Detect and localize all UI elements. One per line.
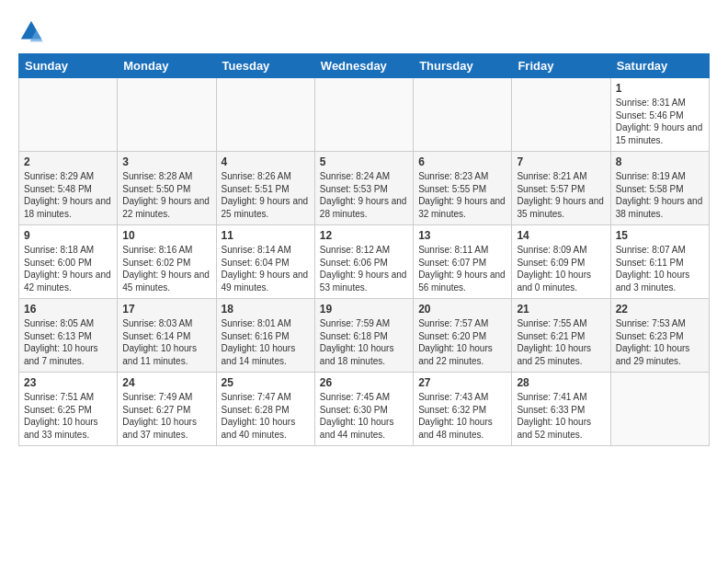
day-number: 17 xyxy=(122,303,210,316)
calendar-cell: 17Sunrise: 8:03 AM Sunset: 6:14 PM Dayli… xyxy=(118,299,216,373)
calendar-week-row: 1Sunrise: 8:31 AM Sunset: 5:46 PM Daylig… xyxy=(19,78,710,152)
day-info: Sunrise: 8:26 AM Sunset: 5:51 PM Dayligh… xyxy=(222,170,310,220)
day-number: 3 xyxy=(122,155,210,168)
day-number: 18 xyxy=(222,303,310,316)
day-number: 16 xyxy=(24,303,112,316)
day-number: 25 xyxy=(222,376,310,389)
col-header-tuesday: Tuesday xyxy=(216,54,314,78)
calendar-week-row: 2Sunrise: 8:29 AM Sunset: 5:48 PM Daylig… xyxy=(19,152,710,225)
calendar-cell: 13Sunrise: 8:11 AM Sunset: 6:07 PM Dayli… xyxy=(414,225,512,299)
calendar-cell xyxy=(19,78,118,152)
day-info: Sunrise: 8:21 AM Sunset: 5:57 PM Dayligh… xyxy=(517,170,605,220)
day-number: 19 xyxy=(320,303,408,316)
day-info: Sunrise: 7:53 AM Sunset: 6:23 PM Dayligh… xyxy=(616,317,704,367)
col-header-monday: Monday xyxy=(118,54,216,78)
calendar-cell xyxy=(118,78,216,152)
day-number: 24 xyxy=(122,376,210,389)
calendar-cell: 7Sunrise: 8:21 AM Sunset: 5:57 PM Daylig… xyxy=(512,152,610,225)
day-info: Sunrise: 8:18 AM Sunset: 6:00 PM Dayligh… xyxy=(24,244,112,293)
calendar-cell: 15Sunrise: 8:07 AM Sunset: 6:11 PM Dayli… xyxy=(610,225,709,299)
calendar-week-row: 16Sunrise: 8:05 AM Sunset: 6:13 PM Dayli… xyxy=(19,299,710,373)
day-info: Sunrise: 8:29 AM Sunset: 5:48 PM Dayligh… xyxy=(24,170,112,220)
day-info: Sunrise: 8:28 AM Sunset: 5:50 PM Dayligh… xyxy=(122,170,210,220)
col-header-saturday: Saturday xyxy=(610,54,709,78)
day-number: 27 xyxy=(418,376,506,389)
day-info: Sunrise: 7:47 AM Sunset: 6:28 PM Dayligh… xyxy=(222,391,310,441)
day-number: 8 xyxy=(616,155,704,168)
calendar-cell: 10Sunrise: 8:16 AM Sunset: 6:02 PM Dayli… xyxy=(118,225,216,299)
calendar-cell xyxy=(414,78,512,152)
day-number: 10 xyxy=(122,229,210,242)
day-info: Sunrise: 8:09 AM Sunset: 6:09 PM Dayligh… xyxy=(517,244,605,293)
calendar-cell: 11Sunrise: 8:14 AM Sunset: 6:04 PM Dayli… xyxy=(216,225,314,299)
day-info: Sunrise: 7:57 AM Sunset: 6:20 PM Dayligh… xyxy=(418,317,506,367)
day-info: Sunrise: 8:23 AM Sunset: 5:55 PM Dayligh… xyxy=(418,170,506,220)
calendar-cell: 27Sunrise: 7:43 AM Sunset: 6:32 PM Dayli… xyxy=(414,373,512,446)
day-info: Sunrise: 7:45 AM Sunset: 6:30 PM Dayligh… xyxy=(320,391,408,441)
day-number: 13 xyxy=(418,229,506,242)
calendar-cell: 14Sunrise: 8:09 AM Sunset: 6:09 PM Dayli… xyxy=(512,225,610,299)
header xyxy=(18,15,710,44)
day-number: 5 xyxy=(320,155,408,168)
day-number: 20 xyxy=(418,303,506,316)
day-info: Sunrise: 8:05 AM Sunset: 6:13 PM Dayligh… xyxy=(24,317,112,367)
calendar-week-row: 9Sunrise: 8:18 AM Sunset: 6:00 PM Daylig… xyxy=(19,225,710,299)
day-info: Sunrise: 7:59 AM Sunset: 6:18 PM Dayligh… xyxy=(320,317,408,367)
day-number: 23 xyxy=(24,376,112,389)
col-header-sunday: Sunday xyxy=(19,54,118,78)
calendar-week-row: 23Sunrise: 7:51 AM Sunset: 6:25 PM Dayli… xyxy=(19,373,710,446)
page: SundayMondayTuesdayWednesdayThursdayFrid… xyxy=(0,0,728,455)
calendar-cell: 24Sunrise: 7:49 AM Sunset: 6:27 PM Dayli… xyxy=(118,373,216,446)
calendar-cell: 23Sunrise: 7:51 AM Sunset: 6:25 PM Dayli… xyxy=(19,373,118,446)
day-info: Sunrise: 8:11 AM Sunset: 6:07 PM Dayligh… xyxy=(418,244,506,293)
calendar-cell: 1Sunrise: 8:31 AM Sunset: 5:46 PM Daylig… xyxy=(610,78,709,152)
day-number: 22 xyxy=(616,303,704,316)
day-info: Sunrise: 8:01 AM Sunset: 6:16 PM Dayligh… xyxy=(222,317,310,367)
day-info: Sunrise: 7:51 AM Sunset: 6:25 PM Dayligh… xyxy=(24,391,112,441)
calendar-cell xyxy=(512,78,610,152)
calendar-cell: 16Sunrise: 8:05 AM Sunset: 6:13 PM Dayli… xyxy=(19,299,118,373)
day-number: 2 xyxy=(24,155,112,168)
day-number: 26 xyxy=(320,376,408,389)
day-info: Sunrise: 8:16 AM Sunset: 6:02 PM Dayligh… xyxy=(122,244,210,293)
calendar-cell: 22Sunrise: 7:53 AM Sunset: 6:23 PM Dayli… xyxy=(610,299,709,373)
day-number: 6 xyxy=(418,155,506,168)
calendar-cell: 26Sunrise: 7:45 AM Sunset: 6:30 PM Dayli… xyxy=(314,373,413,446)
calendar-cell: 25Sunrise: 7:47 AM Sunset: 6:28 PM Dayli… xyxy=(216,373,314,446)
calendar-table: SundayMondayTuesdayWednesdayThursdayFrid… xyxy=(18,53,710,446)
day-number: 21 xyxy=(517,303,605,316)
col-header-wednesday: Wednesday xyxy=(314,54,413,78)
day-info: Sunrise: 8:07 AM Sunset: 6:11 PM Dayligh… xyxy=(616,244,704,293)
calendar-header-row: SundayMondayTuesdayWednesdayThursdayFrid… xyxy=(19,54,710,78)
calendar-cell xyxy=(610,373,709,446)
calendar-cell: 8Sunrise: 8:19 AM Sunset: 5:58 PM Daylig… xyxy=(610,152,709,225)
calendar-cell: 2Sunrise: 8:29 AM Sunset: 5:48 PM Daylig… xyxy=(19,152,118,225)
calendar-cell: 12Sunrise: 8:12 AM Sunset: 6:06 PM Dayli… xyxy=(314,225,413,299)
day-info: Sunrise: 8:31 AM Sunset: 5:46 PM Dayligh… xyxy=(616,97,704,146)
day-info: Sunrise: 8:03 AM Sunset: 6:14 PM Dayligh… xyxy=(122,317,210,367)
calendar-cell xyxy=(314,78,413,152)
day-info: Sunrise: 7:49 AM Sunset: 6:27 PM Dayligh… xyxy=(122,391,210,441)
day-number: 28 xyxy=(517,376,605,389)
calendar-cell: 19Sunrise: 7:59 AM Sunset: 6:18 PM Dayli… xyxy=(314,299,413,373)
calendar-cell: 9Sunrise: 8:18 AM Sunset: 6:00 PM Daylig… xyxy=(19,225,118,299)
day-number: 12 xyxy=(320,229,408,242)
day-number: 4 xyxy=(222,155,310,168)
day-info: Sunrise: 8:12 AM Sunset: 6:06 PM Dayligh… xyxy=(320,244,408,293)
day-info: Sunrise: 8:14 AM Sunset: 6:04 PM Dayligh… xyxy=(222,244,310,293)
day-number: 11 xyxy=(222,229,310,242)
col-header-friday: Friday xyxy=(512,54,610,78)
day-number: 1 xyxy=(616,82,704,95)
day-number: 15 xyxy=(616,229,704,242)
calendar-cell: 4Sunrise: 8:26 AM Sunset: 5:51 PM Daylig… xyxy=(216,152,314,225)
calendar-cell xyxy=(216,78,314,152)
day-info: Sunrise: 7:55 AM Sunset: 6:21 PM Dayligh… xyxy=(517,317,605,367)
calendar-cell: 21Sunrise: 7:55 AM Sunset: 6:21 PM Dayli… xyxy=(512,299,610,373)
calendar-cell: 6Sunrise: 8:23 AM Sunset: 5:55 PM Daylig… xyxy=(414,152,512,225)
day-info: Sunrise: 8:24 AM Sunset: 5:53 PM Dayligh… xyxy=(320,170,408,220)
day-info: Sunrise: 7:43 AM Sunset: 6:32 PM Dayligh… xyxy=(418,391,506,441)
day-info: Sunrise: 8:19 AM Sunset: 5:58 PM Dayligh… xyxy=(616,170,704,220)
day-info: Sunrise: 7:41 AM Sunset: 6:33 PM Dayligh… xyxy=(517,391,605,441)
logo xyxy=(18,18,48,44)
calendar-cell: 18Sunrise: 8:01 AM Sunset: 6:16 PM Dayli… xyxy=(216,299,314,373)
